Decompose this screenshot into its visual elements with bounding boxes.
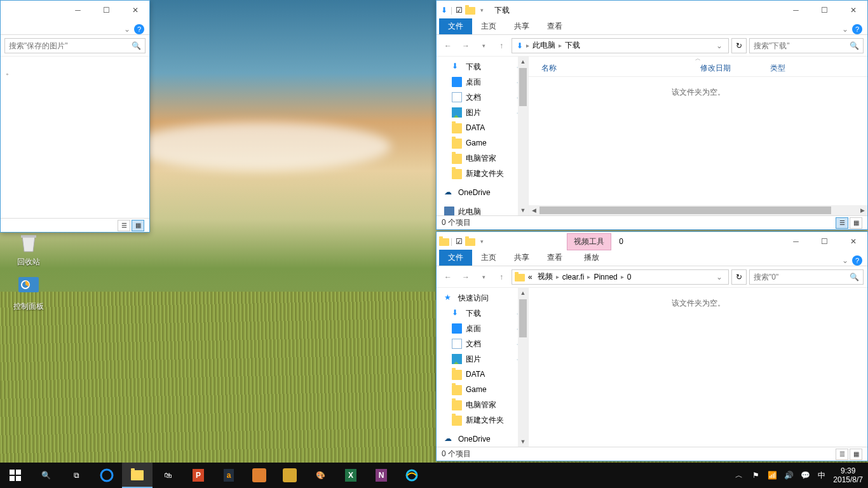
scroll-thumb[interactable] [519, 68, 527, 106]
nav-back-button[interactable]: ← [440, 38, 456, 53]
taskbar-edge[interactable] [92, 463, 122, 488]
tray-wifi-icon[interactable]: 📶 [767, 470, 777, 480]
crumb-sep-icon[interactable]: ▸ [621, 273, 624, 280]
breadcrumb[interactable]: 下载 [563, 40, 582, 51]
tray-overflow-icon[interactable]: ︿ [734, 470, 744, 480]
nav-item-pictures[interactable]: 图片📌 [437, 351, 528, 367]
taskbar-paint[interactable]: 🎨 [305, 463, 336, 488]
help-icon[interactable]: ? [852, 24, 862, 34]
nav-item-documents[interactable]: 文档📌 [437, 336, 528, 351]
nav-forward-button[interactable]: → [458, 38, 473, 53]
qat-properties-icon[interactable]: ☑ [454, 5, 464, 15]
breadcrumb[interactable]: clear.fi [560, 273, 587, 281]
nav-item-game[interactable]: Game [437, 382, 528, 397]
scroll-thumb[interactable] [519, 299, 527, 337]
search-box[interactable]: 🔍 [4, 38, 146, 53]
nav-item-newfolder[interactable]: 新建文件夹 [437, 166, 528, 181]
tab-file[interactable]: 文件 [439, 250, 472, 266]
desktop-icon-controlpanel[interactable]: 控制面板 [6, 273, 51, 312]
search-input[interactable] [754, 41, 850, 50]
breadcrumb[interactable]: Pinned [592, 273, 619, 281]
taskbar-ie[interactable] [397, 463, 427, 488]
tab-view[interactable]: 查看 [538, 250, 571, 266]
breadcrumb[interactable]: 此电脑 [531, 40, 557, 51]
content-pane[interactable]: ︿ 名称 修改日期 类型 该文件夹为空。 ◀ ▶ [529, 57, 867, 215]
nav-up-button[interactable]: ↑ [494, 269, 509, 285]
content-hscrollbar[interactable]: ◀ ▶ [529, 205, 867, 215]
ribbon-chevron-icon[interactable]: ⌄ [124, 25, 130, 34]
close-button[interactable]: ✕ [839, 232, 867, 251]
search-input[interactable] [754, 273, 850, 281]
address-bar[interactable]: ⬇ ▸ 此电脑 ▸ 下载 ⌄ [512, 38, 729, 53]
nav-item-desktop[interactable]: 桌面📌 [437, 74, 528, 90]
search-input[interactable] [9, 41, 132, 50]
content-pane[interactable]: 。 [1, 57, 149, 218]
address-dropdown-icon[interactable]: ⌄ [713, 273, 726, 281]
help-icon[interactable]: ? [134, 24, 144, 34]
view-details-button[interactable]: ☰ [836, 217, 848, 229]
nav-item-quickaccess[interactable]: ★快速访问 [437, 290, 528, 306]
nav-recent-dropdown[interactable]: ▾ [476, 269, 491, 285]
minimize-button[interactable]: ─ [64, 1, 92, 20]
tray-security-icon[interactable]: ⚑ [750, 470, 761, 480]
scroll-down-icon[interactable]: ▼ [518, 437, 528, 447]
ribbon-chevron-icon[interactable]: ⌄ [842, 256, 848, 265]
taskbar-app-orange[interactable] [244, 463, 275, 488]
nav-item-onedrive[interactable]: ☁OneDrive [437, 185, 528, 200]
desktop-icon-recyclebin[interactable]: 回收站 [6, 229, 51, 268]
taskbar-explorer[interactable] [122, 463, 153, 488]
taskbar-clock[interactable]: 9:39 2015/8/7 [833, 466, 863, 484]
nav-item-pcmanager[interactable]: 电脑管家 [437, 151, 528, 166]
nav-item-documents[interactable]: 文档📌 [437, 90, 528, 105]
tab-play[interactable]: 播放 [575, 250, 608, 266]
scroll-down-icon[interactable]: ▼ [518, 205, 528, 215]
tab-home[interactable]: 主页 [472, 250, 505, 266]
titlebar[interactable]: | ☑ ▾ 视频工具 0 ─ ☐ ✕ [437, 232, 867, 251]
col-name[interactable]: 名称 [536, 63, 695, 74]
qat-folder-icon[interactable] [465, 236, 475, 247]
tray-volume-icon[interactable]: 🔊 [783, 470, 794, 480]
taskbar-excel[interactable]: X [336, 463, 366, 488]
taskbar-app-yellow[interactable] [275, 463, 305, 488]
crumb-sep-icon[interactable]: ▸ [556, 273, 559, 280]
close-button[interactable]: ✕ [839, 1, 867, 20]
maximize-button[interactable]: ☐ [92, 1, 121, 20]
nav-item-downloads[interactable]: ⬇下载📌 [437, 306, 528, 321]
tray-notifications-icon[interactable]: 💬 [800, 470, 810, 480]
address-dropdown-icon[interactable]: ⌄ [713, 41, 726, 50]
tab-view[interactable]: 查看 [538, 18, 571, 34]
search-button[interactable]: 🔍 [31, 463, 61, 488]
start-button[interactable] [0, 463, 31, 488]
tab-share[interactable]: 共享 [505, 250, 538, 266]
contextual-tab-videotools[interactable]: 视频工具 [567, 233, 611, 250]
tab-home[interactable]: 主页 [472, 18, 505, 34]
breadcrumb[interactable]: 0 [625, 273, 634, 281]
view-details-button[interactable]: ☰ [836, 449, 848, 460]
minimize-button[interactable]: ─ [782, 232, 810, 251]
scroll-left-icon[interactable]: ◀ [529, 207, 539, 214]
crumb-sep-icon[interactable]: ▸ [526, 42, 529, 49]
crumb-overflow-icon[interactable]: « [526, 273, 534, 281]
tray-ime[interactable]: 中 [817, 470, 827, 480]
nav-item-newfolder[interactable]: 新建文件夹 [437, 412, 528, 428]
taskbar-powerpoint[interactable]: P [183, 463, 214, 488]
nav-back-button[interactable]: ← [440, 269, 456, 285]
nav-scrollbar[interactable]: ▲ ▼ [518, 57, 528, 215]
view-details-button[interactable]: ☰ [118, 220, 130, 231]
col-type[interactable]: 类型 [765, 63, 790, 74]
scroll-right-icon[interactable]: ▶ [857, 207, 867, 214]
nav-item-pcmanager[interactable]: 电脑管家 [437, 397, 528, 412]
nav-item-game[interactable]: Game [437, 135, 528, 151]
tab-share[interactable]: 共享 [505, 18, 538, 34]
search-box[interactable]: 🔍 [749, 269, 864, 285]
close-button[interactable]: ✕ [121, 1, 149, 20]
titlebar[interactable]: ─ ☐ ✕ [1, 1, 149, 20]
taskbar-amazon[interactable]: a [214, 463, 244, 488]
qat-dropdown-icon[interactable]: ▾ [477, 236, 487, 247]
nav-recent-dropdown[interactable]: ▾ [476, 38, 491, 53]
maximize-button[interactable]: ☐ [810, 1, 839, 20]
nav-item-downloads[interactable]: ⬇下载📌 [437, 59, 528, 74]
refresh-button[interactable]: ↻ [731, 38, 747, 53]
content-pane[interactable]: 该文件夹为空。 [529, 288, 867, 447]
breadcrumb[interactable]: 视频 [536, 271, 555, 282]
